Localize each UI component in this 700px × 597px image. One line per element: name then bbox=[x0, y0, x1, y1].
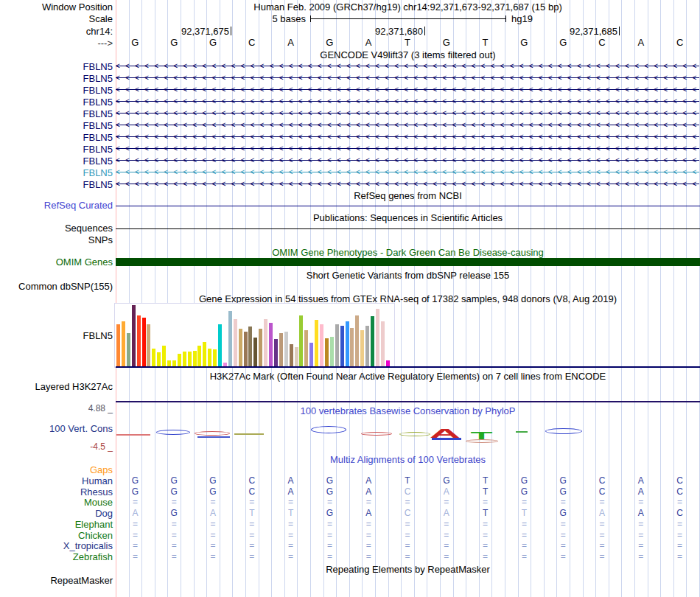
gene-row-label[interactable]: FBLN5 bbox=[0, 121, 113, 130]
gtex-tissue-bar bbox=[147, 324, 150, 368]
alignment-base: = bbox=[522, 541, 527, 551]
gtex-tissue-bar bbox=[197, 346, 201, 367]
alignment-base: = bbox=[405, 498, 410, 507]
gtex-tissue-bar bbox=[218, 324, 222, 368]
alignment-base: = bbox=[133, 541, 138, 551]
alignment-base: = bbox=[599, 541, 604, 551]
gene-transcript-row[interactable]: <<<<<<<<<<<<<<<<<<<<<<<<<<<<<<<<<<<<<<<<… bbox=[116, 167, 699, 178]
alignment-base: = bbox=[638, 520, 643, 529]
gtex-tissue-bar bbox=[127, 333, 130, 367]
gene-transcript-row[interactable]: <<<<<<<<<<<<<<<<<<<<<<<<<<<<<<<<<<<<<<<<… bbox=[116, 131, 699, 143]
alignment-base: = bbox=[288, 541, 293, 551]
phylop-glyph bbox=[361, 432, 392, 436]
alignment-row[interactable]: =============== bbox=[116, 531, 699, 541]
alignment-base: = bbox=[522, 498, 527, 507]
gene-row-label[interactable]: FBLN5 bbox=[0, 109, 113, 119]
sequence-base: A bbox=[287, 38, 294, 47]
gtex-barchart[interactable] bbox=[114, 303, 395, 368]
publications-track-title: Publications: Sequences in Scientific Ar… bbox=[116, 213, 700, 223]
gtex-tissue-bar bbox=[253, 338, 257, 367]
common-dbsnp-label[interactable]: Common dbSNP(155) bbox=[0, 282, 113, 291]
alignment-base: = bbox=[444, 531, 449, 540]
alignment-base: = bbox=[677, 531, 682, 540]
species-label[interactable]: Human bbox=[0, 476, 113, 486]
alignment-base: A bbox=[444, 509, 449, 518]
alignment-row[interactable]: GGGCAGACATGGCAC bbox=[116, 487, 699, 498]
alignment-base: = bbox=[522, 531, 527, 540]
gene-transcript-row[interactable]: <<<<<<<<<<<<<<<<<<<<<<<<<<<<<<<<<<<<<<<<… bbox=[116, 96, 699, 108]
gene-row-label[interactable]: FBLN5 bbox=[0, 133, 113, 142]
gene-transcript-row[interactable]: <<<<<<<<<<<<<<<<<<<<<<<<<<<<<<<<<<<<<<<<… bbox=[116, 119, 699, 131]
gene-row-label[interactable]: FBLN5 bbox=[0, 74, 113, 83]
gtex-tissue-bar bbox=[188, 352, 192, 368]
alignment-base: = bbox=[483, 498, 488, 507]
phylop-glyph bbox=[156, 430, 190, 435]
gtex-tissue-bar bbox=[203, 342, 206, 367]
gene-transcript-row[interactable]: <<<<<<<<<<<<<<<<<<<<<<<<<<<<<<<<<<<<<<<<… bbox=[116, 60, 699, 72]
gene-row-label[interactable]: FBLN5 bbox=[0, 144, 113, 154]
alignment-base: A bbox=[365, 509, 371, 518]
repeatmasker-label[interactable]: RepeatMasker bbox=[0, 576, 113, 585]
refseq-curated-label[interactable]: RefSeq Curated bbox=[0, 200, 113, 210]
alignment-base: C bbox=[676, 487, 683, 497]
alignment-row[interactable]: =============== bbox=[116, 541, 699, 551]
gtex-tissue-bar bbox=[116, 324, 120, 368]
alignment-base: T bbox=[249, 509, 254, 518]
alignment-row[interactable]: =============== bbox=[116, 552, 699, 562]
alignment-row[interactable]: =============== bbox=[116, 520, 699, 530]
alignment-base: = bbox=[405, 531, 410, 540]
alignment-base: = bbox=[638, 552, 643, 562]
species-label[interactable]: Elephant bbox=[0, 520, 113, 529]
gene-row-label[interactable]: FBLN5 bbox=[0, 62, 113, 71]
species-label[interactable]: Rhesus bbox=[0, 487, 113, 497]
snps-label[interactable]: SNPs bbox=[0, 235, 113, 245]
alignment-base: = bbox=[638, 531, 643, 540]
gene-row-label[interactable]: FBLN5 bbox=[0, 97, 113, 107]
alignment-base: = bbox=[444, 520, 449, 529]
gene-row-label[interactable]: FBLN5 bbox=[0, 85, 113, 95]
scale-bar bbox=[310, 15, 506, 22]
gene-transcript-row[interactable]: <<<<<<<<<<<<<<<<<<<<<<<<<<<<<<<<<<<<<<<<… bbox=[116, 72, 699, 84]
gtex-tissue-bar bbox=[234, 319, 237, 367]
alignment-row[interactable]: AGATTGACATTGAAC bbox=[116, 509, 699, 519]
species-label[interactable]: X_tropicalis bbox=[0, 541, 113, 551]
alignment-base: = bbox=[327, 552, 332, 562]
sequence-base: G bbox=[131, 38, 139, 47]
gene-transcript-row[interactable]: <<<<<<<<<<<<<<<<<<<<<<<<<<<<<<<<<<<<<<<<… bbox=[116, 143, 699, 155]
layered-h3k27ac-label[interactable]: Layered H3K27Ac bbox=[0, 382, 113, 391]
publications-item-line[interactable] bbox=[116, 228, 700, 229]
omim-gene-bar[interactable] bbox=[116, 258, 700, 266]
alignment-base: = bbox=[249, 531, 254, 540]
gene-transcript-row[interactable]: <<<<<<<<<<<<<<<<<<<<<<<<<<<<<<<<<<<<<<<<… bbox=[116, 108, 699, 119]
species-label[interactable]: Mouse bbox=[0, 498, 113, 507]
alignment-row[interactable]: =============== bbox=[116, 498, 699, 508]
species-label[interactable]: Zebrafish bbox=[0, 552, 113, 562]
alignment-row[interactable]: GGGCAGATGTGGCAC bbox=[116, 476, 699, 486]
gtex-baseline bbox=[116, 366, 700, 368]
gene-transcript-row[interactable]: <<<<<<<<<<<<<<<<<<<<<<<<<<<<<<<<<<<<<<<<… bbox=[116, 155, 699, 167]
genome-browser: Window Position Human Feb. 2009 (GRCh37/… bbox=[0, 0, 700, 597]
sequences-label[interactable]: Sequences bbox=[0, 223, 113, 233]
alignment-base: = bbox=[677, 520, 682, 529]
phylop-glyph bbox=[516, 431, 528, 433]
alignment-base: = bbox=[288, 531, 293, 540]
refseq-gene-line[interactable] bbox=[116, 206, 700, 206]
omim-genes-label[interactable]: OMIM Genes bbox=[0, 257, 113, 267]
alignment-base: C bbox=[405, 487, 411, 497]
gene-row-label[interactable]: FBLN5 bbox=[0, 180, 113, 189]
gene-transcript-row[interactable]: <<<<<<<<<<<<<<<<<<<<<<<<<<<<<<<<<<<<<<<<… bbox=[116, 178, 699, 190]
refseq-track-title: RefSeq genes from NCBI bbox=[116, 191, 700, 200]
dbsnp-track-title: Short Genetic Variants from dbSNP releas… bbox=[116, 270, 700, 280]
alignment-base: = bbox=[599, 552, 604, 562]
species-label[interactable]: Chicken bbox=[0, 531, 113, 540]
alignment-base: = bbox=[483, 531, 488, 540]
vert-cons-label[interactable]: 100 Vert. Cons bbox=[0, 424, 113, 433]
species-label[interactable]: Dog bbox=[0, 509, 113, 518]
gtex-gene-label[interactable]: FBLN5 bbox=[0, 331, 113, 341]
gaps-label[interactable]: Gaps bbox=[0, 465, 113, 475]
alignment-base: = bbox=[366, 541, 371, 551]
gene-row-label[interactable]: FBLN5 bbox=[0, 156, 113, 166]
gtex-tissue-bar bbox=[360, 330, 364, 367]
gene-transcript-row[interactable]: <<<<<<<<<<<<<<<<<<<<<<<<<<<<<<<<<<<<<<<<… bbox=[116, 84, 699, 96]
gene-row-label[interactable]: FBLN5 bbox=[0, 168, 113, 178]
